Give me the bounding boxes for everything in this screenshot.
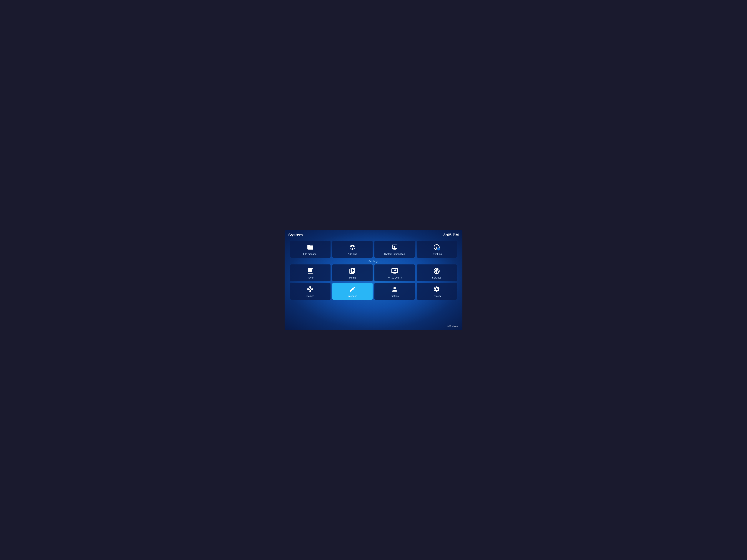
menu-item-player[interactable]: Player (290, 264, 331, 281)
games-label: Games (306, 295, 314, 297)
interface-label: Interface (348, 295, 357, 297)
menu-item-interface[interactable]: Interface (332, 283, 373, 300)
watermark: 知乎 @xxp41 (447, 325, 460, 328)
interface-icon (349, 286, 356, 293)
services-label: Services (432, 276, 441, 279)
menu-item-services[interactable]: Services (417, 264, 457, 281)
menu-item-system-information[interactable]: System information (375, 241, 415, 258)
gamepad-icon (307, 286, 314, 293)
system-information-label: System information (384, 252, 405, 256)
profiles-label: Profiles (390, 295, 398, 297)
main-content: File manager Add-ons System inform (285, 239, 462, 330)
menu-item-media[interactable]: Media (332, 264, 373, 281)
system-icon (433, 286, 440, 293)
menu-item-system[interactable]: System (417, 283, 457, 300)
settings-section: Player Media (290, 264, 457, 300)
menu-item-file-manager[interactable]: File manager (290, 241, 331, 258)
media-icon (349, 267, 356, 274)
presentation-icon (391, 244, 398, 251)
event-log-icon (433, 244, 440, 251)
clock: 3:05 PM (443, 233, 459, 237)
system-label: System (433, 295, 441, 297)
player-icon (307, 267, 314, 274)
add-ons-label: Add-ons (348, 252, 357, 256)
settings-label: Settings (290, 259, 457, 263)
settings-row-2: Games Interface (290, 283, 457, 300)
file-manager-label: File manager (303, 252, 317, 256)
tv-screen: System 3:05 PM File manager (285, 230, 462, 330)
event-log-label: Event log (432, 252, 442, 256)
services-icon (433, 267, 440, 274)
menu-item-pvr-live-tv[interactable]: PVR & Live TV (375, 264, 415, 281)
menu-item-profiles[interactable]: Profiles (375, 283, 415, 300)
svg-point-4 (436, 270, 437, 271)
pvr-icon (391, 267, 398, 274)
pvr-label: PVR & Live TV (387, 276, 403, 279)
profile-icon (391, 286, 398, 293)
media-label: Media (349, 276, 356, 279)
menu-item-event-log[interactable]: Event log (417, 241, 457, 258)
header: System 3:05 PM (285, 230, 462, 239)
settings-row-1: Player Media (290, 264, 457, 281)
top-row: File manager Add-ons System inform (290, 241, 457, 258)
page-title: System (288, 233, 303, 237)
menu-item-add-ons[interactable]: Add-ons (332, 241, 373, 258)
menu-item-games[interactable]: Games (290, 283, 331, 300)
box-icon (349, 244, 356, 251)
player-label: Player (307, 276, 314, 279)
folder-icon (307, 244, 314, 251)
